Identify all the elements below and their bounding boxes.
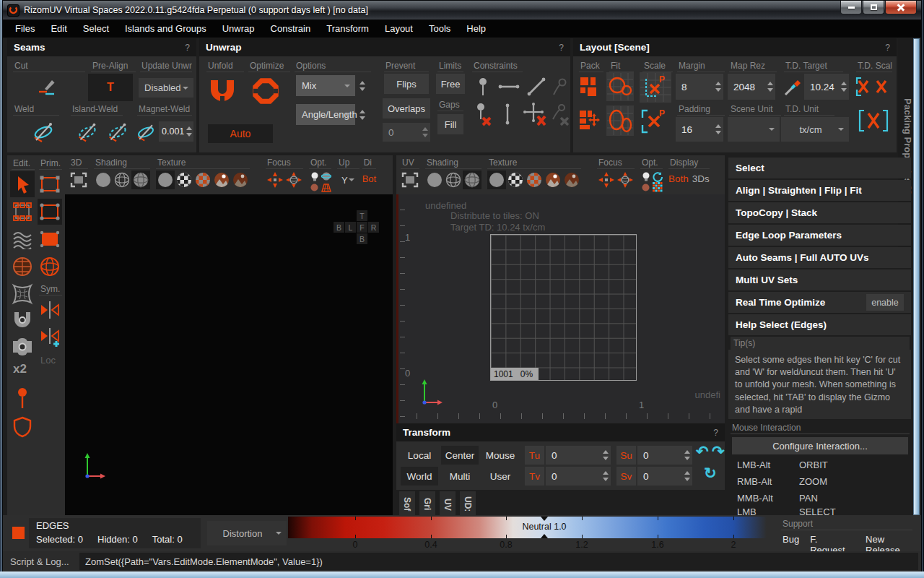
vp3d-texture-image-icon[interactable] bbox=[212, 171, 231, 189]
menu-help[interactable]: Help bbox=[458, 20, 494, 37]
uv-texture-checker-color-icon[interactable] bbox=[525, 171, 544, 189]
island-weld-icon[interactable] bbox=[74, 118, 101, 146]
scale-packed-icon[interactable]: P bbox=[640, 72, 671, 103]
prevent-overlaps-button[interactable]: Overlaps bbox=[383, 98, 430, 118]
constraint-diagonal-icon[interactable] bbox=[524, 75, 549, 98]
vp3d-display-value[interactable]: Bot bbox=[362, 173, 377, 184]
uv-display-both[interactable]: Both bbox=[668, 173, 689, 184]
island-weld-all-icon[interactable] bbox=[104, 118, 131, 146]
prim-island-icon[interactable] bbox=[38, 254, 62, 280]
tab-uv[interactable]: UV bbox=[440, 491, 456, 517]
tdtarget-picker-icon[interactable] bbox=[781, 74, 803, 100]
menu-islands-groups[interactable]: Islands and Groups bbox=[117, 20, 214, 37]
unwrap-metric-spinner[interactable] bbox=[357, 104, 367, 125]
configure-interaction-button[interactable]: Configure Interaction... bbox=[732, 437, 908, 454]
tdscale-island-icon[interactable] bbox=[858, 108, 889, 133]
pivot-world-button[interactable]: World bbox=[401, 467, 438, 486]
vp3d-frame-icon[interactable] bbox=[69, 171, 88, 189]
uv-focus-all-icon[interactable] bbox=[616, 171, 635, 189]
magnet-weld-icon[interactable] bbox=[133, 118, 159, 146]
uv-focus-selection-icon[interactable] bbox=[597, 171, 616, 189]
section-select[interactable]: Select bbox=[728, 158, 911, 178]
weld-icon[interactable] bbox=[29, 118, 58, 146]
prevent-iterations-spinner[interactable] bbox=[419, 123, 430, 142]
uv-texture-checker-icon[interactable] bbox=[506, 171, 525, 189]
uv-display-3d[interactable]: 3Ds bbox=[692, 173, 710, 184]
optimize-brush-icon[interactable] bbox=[10, 254, 35, 280]
uv-texture-image-dim-icon[interactable] bbox=[562, 171, 581, 189]
tab-soft[interactable]: Sof bbox=[399, 491, 415, 517]
unwrap-metric-dropdown[interactable]: Angle/Length bbox=[296, 104, 355, 125]
uv-shading-shaded-wire-icon[interactable] bbox=[463, 171, 481, 189]
uv-tilegrid-icon[interactable] bbox=[652, 182, 663, 192]
vp3d-backface-icon[interactable] bbox=[309, 182, 320, 192]
distortion-dropdown[interactable]: Distortion bbox=[207, 521, 287, 545]
fit-ellipses-icon[interactable] bbox=[606, 105, 634, 136]
gaps-fill-button[interactable]: Fill bbox=[437, 114, 463, 134]
redo-icon[interactable]: ↷ bbox=[712, 443, 725, 460]
prim-polygon-icon[interactable] bbox=[38, 226, 62, 252]
section-align[interactable]: Align | Straighten | Flip | Fit bbox=[728, 180, 911, 201]
uv-shading-flat-icon[interactable] bbox=[425, 171, 444, 189]
pivot-center-button[interactable]: Center bbox=[441, 446, 479, 465]
tab-udim[interactable]: UD: bbox=[460, 491, 476, 517]
right-scrollbar[interactable] bbox=[913, 38, 920, 515]
close-button[interactable] bbox=[885, 1, 917, 14]
uv-refresh-icon[interactable] bbox=[652, 171, 663, 181]
section-topocopy[interactable]: TopoCopy | Stack bbox=[728, 202, 911, 223]
title-bar[interactable]: RizomUV Virtual Spaces 2022.0.11.g5424fd… bbox=[3, 1, 921, 20]
pack-translate-icon[interactable] bbox=[578, 107, 602, 133]
constraint-unpin-all-icon[interactable] bbox=[521, 101, 549, 127]
scale-island-icon[interactable]: P bbox=[640, 107, 671, 136]
symmetry-add-icon[interactable] bbox=[38, 324, 62, 350]
magnet-weld-field[interactable]: 0.001 bbox=[159, 121, 193, 142]
sv-field[interactable]: 0 bbox=[637, 467, 692, 486]
vp3d-focus-all-icon[interactable] bbox=[284, 171, 303, 189]
pivot-user-button[interactable]: User bbox=[481, 467, 519, 486]
menu-edit[interactable]: Edit bbox=[43, 20, 74, 37]
cut-icon[interactable] bbox=[32, 74, 61, 101]
menu-files[interactable]: Files bbox=[7, 20, 43, 37]
pack-icon[interactable] bbox=[578, 74, 602, 100]
realtime-enable-button[interactable]: enable bbox=[866, 294, 904, 311]
constraint-unpin-icon[interactable] bbox=[472, 101, 494, 127]
vp3d-up-dropdown[interactable]: Y bbox=[337, 171, 359, 189]
constraint-vertical-icon[interactable] bbox=[497, 101, 518, 127]
edge-mode-swatch[interactable] bbox=[12, 527, 25, 539]
pin-tool-icon[interactable] bbox=[12, 385, 33, 413]
uv-shading-wire-icon[interactable] bbox=[444, 171, 463, 189]
unfold-auto-button[interactable]: Auto bbox=[208, 124, 273, 143]
vp3d-texture-checker-color-icon[interactable] bbox=[193, 171, 212, 189]
double-resolution-icon[interactable]: x2 bbox=[13, 362, 27, 376]
sv-spinner[interactable] bbox=[681, 467, 692, 486]
menu-select[interactable]: Select bbox=[75, 20, 117, 37]
vp3d-shading-wire-icon[interactable] bbox=[113, 171, 131, 189]
magnet-weld-spinner[interactable] bbox=[184, 121, 193, 142]
vp3d-light-icon[interactable] bbox=[309, 171, 320, 181]
uv-light-icon[interactable] bbox=[640, 171, 651, 181]
menu-tools[interactable]: Tools bbox=[421, 20, 458, 37]
distortion-gradient[interactable]: Neutral 1.0 0 0.4 0.8 1.2 1.6 2 bbox=[288, 517, 767, 538]
viewcube-back[interactable]: B bbox=[334, 222, 344, 233]
rotate-icon[interactable]: ↻ bbox=[704, 465, 717, 482]
layout-help-icon[interactable]: ? bbox=[885, 43, 890, 53]
prim-edge-icon[interactable] bbox=[38, 171, 62, 197]
maximize-button[interactable] bbox=[863, 1, 884, 14]
tu-spinner[interactable] bbox=[600, 446, 611, 465]
menu-layout[interactable]: Layout bbox=[377, 20, 421, 37]
undo-icon[interactable]: ↶ bbox=[696, 443, 709, 460]
vp3d-matcap-icon[interactable] bbox=[321, 171, 331, 181]
section-multiuv[interactable]: Multi UV Sets bbox=[728, 269, 911, 290]
script-log-field[interactable]: ZomSet({Path="Vars.EditMode.ElementMode"… bbox=[79, 553, 918, 570]
optimize-icon[interactable] bbox=[251, 77, 280, 105]
viewcube-bottom[interactable]: B bbox=[357, 233, 367, 244]
transform-help-icon[interactable]: ? bbox=[713, 428, 718, 438]
unwrap-mode-spinner[interactable] bbox=[357, 75, 367, 96]
uv-tile-grid[interactable]: 1001 0% bbox=[490, 234, 637, 381]
gizmo-tool-icon[interactable] bbox=[10, 199, 35, 225]
prevent-iterations-field[interactable]: 0 bbox=[383, 123, 430, 142]
padding-field[interactable]: 16 bbox=[676, 117, 723, 142]
vp3d-focus-selection-icon[interactable] bbox=[266, 171, 284, 189]
constraint-horizontal-icon[interactable] bbox=[497, 75, 521, 98]
weld-brush-icon[interactable] bbox=[10, 309, 35, 333]
